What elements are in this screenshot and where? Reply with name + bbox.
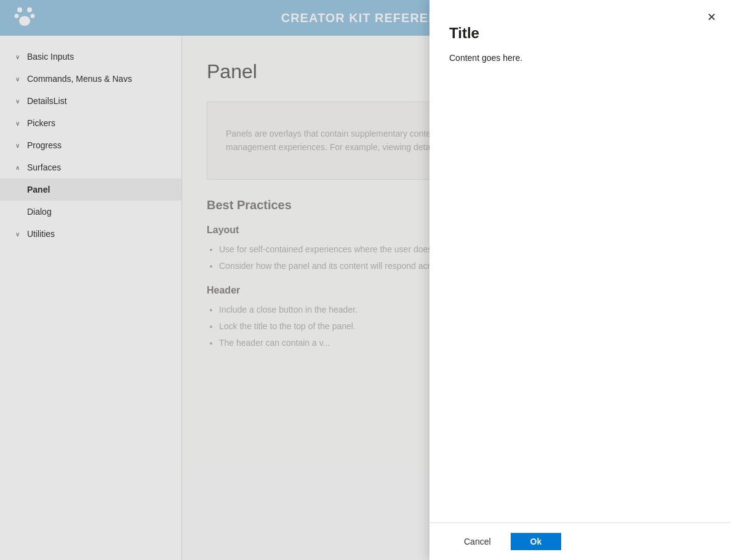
dialog-close-button[interactable]: ✕ bbox=[701, 7, 721, 27]
dialog-content-text: Content goes here. bbox=[449, 52, 711, 65]
cancel-button[interactable]: Cancel bbox=[449, 533, 506, 550]
close-icon: ✕ bbox=[707, 10, 716, 24]
dialog-title: Title bbox=[449, 25, 711, 42]
dialog-footer: Cancel Ok bbox=[429, 522, 731, 560]
ok-button[interactable]: Ok bbox=[511, 533, 562, 550]
dialog-body: Title Content goes here. bbox=[429, 0, 731, 522]
dialog-panel: ✕ Title Content goes here. Cancel Ok bbox=[429, 0, 731, 560]
